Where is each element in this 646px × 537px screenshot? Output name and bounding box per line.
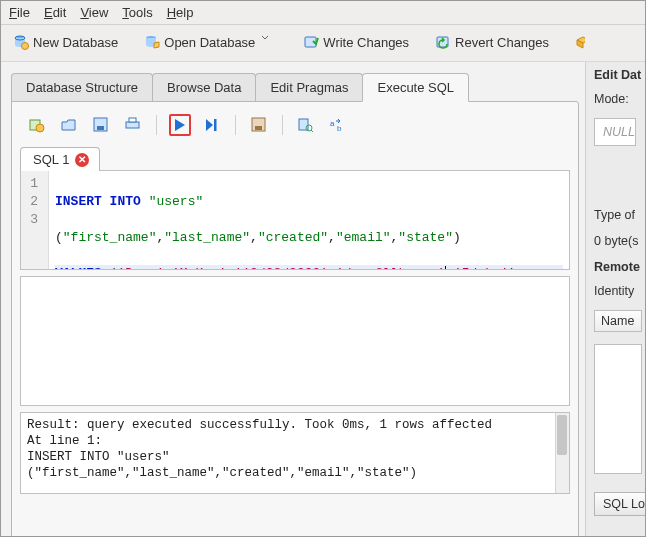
keyword: VALUES (55, 266, 110, 269)
write-changes-icon (303, 34, 319, 50)
svg-rect-15 (299, 119, 308, 130)
sidebar-title-remote: Remote (594, 260, 645, 274)
line-number: 2 (27, 193, 38, 211)
identity-label: Identity (594, 284, 645, 298)
identifier: "last_name" (164, 230, 250, 245)
svg-rect-9 (97, 126, 104, 130)
database-open-icon (144, 34, 160, 50)
menu-edit[interactable]: Edit (44, 5, 66, 20)
execute-sql-panel: ab SQL 1 ✕ 1 2 3 I (11, 101, 579, 537)
execute-line-button[interactable] (201, 114, 223, 136)
tab-edit-pragmas[interactable]: Edit Pragmas (255, 73, 363, 102)
tab-browse-data[interactable]: Browse Data (152, 73, 256, 102)
revert-changes-label: Revert Changes (455, 35, 549, 50)
open-file-button[interactable] (58, 114, 80, 136)
bytes-label: 0 byte(s (594, 234, 645, 248)
sidebar-title-edit-cell: Edit Dat (594, 68, 645, 82)
menu-help[interactable]: Help (167, 5, 194, 20)
log-line: ("first_name","last_name","created","ema… (27, 465, 563, 481)
svg-rect-10 (126, 122, 139, 128)
identifier: "first_name" (63, 230, 157, 245)
svg-text:b: b (337, 124, 342, 133)
sql-editor[interactable]: 1 2 3 INSERT INTO "users" ("first_name",… (20, 170, 570, 270)
database-new-icon (13, 34, 29, 50)
print-button[interactable] (122, 114, 144, 136)
identifier: "users" (149, 194, 204, 209)
results-log[interactable]: Result: query executed successfully. Too… (20, 412, 570, 494)
main-toolbar: New Database Open Database Write Changes… (1, 25, 645, 62)
dropdown-arrow-icon[interactable] (261, 34, 277, 50)
replace-icon: ab (330, 117, 346, 133)
scroll-thumb[interactable] (557, 415, 567, 455)
type-label: Type of (594, 208, 645, 222)
save-file-button[interactable] (90, 114, 112, 136)
save-icon (93, 117, 109, 133)
punct: ( (55, 230, 63, 245)
main-tabs: Database Structure Browse Data Edit Prag… (11, 72, 579, 537)
tab-execute-sql[interactable]: Execute SQL (362, 73, 469, 102)
new-database-button[interactable]: New Database (9, 31, 122, 53)
open-database-label: Open Database (164, 35, 255, 50)
tab-database-structure[interactable]: Database Structure (11, 73, 153, 102)
mode-label: Mode: (594, 92, 645, 106)
right-sidebar: Edit Dat Mode: NULL Type of 0 byte(s Rem… (585, 62, 645, 537)
name-header: Name (594, 310, 642, 332)
punct: ) (453, 230, 461, 245)
close-icon[interactable]: ✕ (75, 153, 89, 167)
string: 'McKay' (172, 266, 227, 269)
play-icon (172, 117, 188, 133)
string: 'dave@llk.com' (336, 266, 445, 269)
punct: ); (509, 266, 525, 269)
menu-view[interactable]: View (80, 5, 108, 20)
punct: , (328, 266, 336, 269)
print-icon (125, 117, 141, 133)
punct: , (250, 230, 258, 245)
write-changes-button[interactable]: Write Changes (299, 31, 413, 53)
sql-log-button[interactable]: SQL Lo (594, 492, 645, 516)
punct: , (328, 230, 336, 245)
new-tab-icon (29, 117, 45, 133)
folder-open-icon (61, 117, 77, 133)
sql-toolbar: ab (20, 110, 570, 146)
find-button[interactable] (295, 114, 317, 136)
project-open-icon (575, 34, 585, 50)
svg-point-2 (22, 43, 29, 50)
menu-tools[interactable]: Tools (122, 5, 152, 20)
menubar: File Edit View Tools Help (1, 1, 645, 25)
execute-button[interactable] (169, 114, 191, 136)
scrollbar-vertical[interactable] (555, 413, 569, 493)
menu-file[interactable]: File (9, 5, 30, 20)
write-changes-label: Write Changes (323, 35, 409, 50)
new-tab-button[interactable] (26, 114, 48, 136)
save-results-button[interactable] (248, 114, 270, 136)
open-project-button[interactable] (571, 31, 589, 53)
revert-changes-icon (435, 34, 451, 50)
separator (235, 115, 236, 135)
open-database-button[interactable]: Open Database (140, 31, 281, 53)
find-replace-button[interactable]: ab (327, 114, 349, 136)
keyword: INSERT INTO (55, 194, 149, 209)
svg-rect-14 (255, 126, 262, 130)
svg-line-17 (311, 130, 313, 132)
separator (282, 115, 283, 135)
line-number: 1 (27, 175, 38, 193)
sql-tab-1[interactable]: SQL 1 ✕ (20, 147, 100, 171)
string: 'Idaho' (454, 266, 509, 269)
code-area[interactable]: INSERT INTO "users" ("first_name","last_… (49, 171, 569, 269)
line-gutter: 1 2 3 (21, 171, 49, 269)
find-icon (298, 117, 314, 133)
revert-changes-button[interactable]: Revert Changes (431, 31, 553, 53)
string: 'Dave' (117, 266, 164, 269)
sql-tab-label: SQL 1 (33, 152, 69, 167)
cell-value-box[interactable]: NULL (594, 118, 636, 146)
log-line: At line 1: (27, 433, 563, 449)
line-number: 3 (27, 211, 38, 229)
svg-point-7 (36, 124, 44, 132)
play-to-end-icon (204, 117, 220, 133)
log-line: Result: query executed successfully. Too… (27, 417, 563, 433)
identifier: "created" (258, 230, 328, 245)
svg-rect-11 (129, 118, 136, 122)
results-table-panel[interactable] (20, 276, 570, 406)
remote-list[interactable] (594, 344, 642, 474)
svg-text:a: a (330, 119, 335, 128)
